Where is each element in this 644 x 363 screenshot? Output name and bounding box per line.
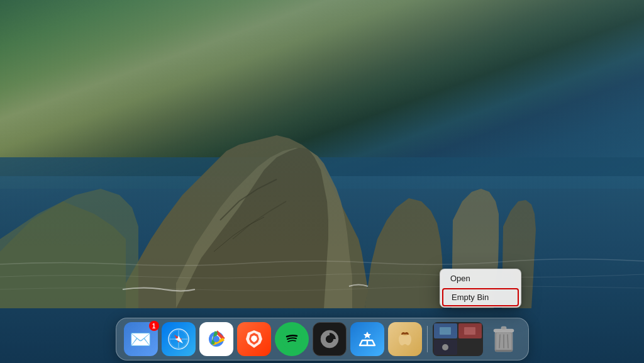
svg-rect-25	[501, 327, 506, 330]
dock: ✉️ 1	[0, 313, 644, 363]
dock-icon-rclock[interactable]	[313, 322, 347, 356]
svg-point-13	[213, 336, 219, 342]
dock-container: ✉️ 1	[116, 318, 529, 360]
dock-icon-mail[interactable]: ✉️ 1	[124, 322, 158, 356]
svg-rect-26	[495, 350, 513, 352]
dock-icon-brave[interactable]	[237, 322, 271, 356]
svg-point-14	[282, 329, 302, 349]
dock-icon-spotify[interactable]	[275, 322, 309, 356]
landscape-overlay	[0, 0, 644, 363]
dock-icon-safari[interactable]	[162, 322, 196, 356]
dock-icon-trash[interactable]	[487, 322, 521, 356]
dock-icon-appstore[interactable]	[350, 322, 384, 356]
context-menu-empty-bin[interactable]: Empty Bin	[442, 288, 519, 306]
dock-icon-chrome[interactable]	[199, 322, 233, 356]
context-menu-open[interactable]: Open	[440, 269, 521, 288]
svg-rect-3	[0, 0, 644, 252]
dock-separator	[427, 326, 428, 352]
svg-line-23	[508, 335, 508, 348]
mail-badge: 1	[149, 321, 159, 331]
dock-icon-screens[interactable]	[433, 322, 483, 356]
context-menu: Open Empty Bin	[440, 269, 521, 308]
svg-line-21	[499, 335, 500, 348]
dock-icon-macos[interactable]	[388, 322, 422, 356]
